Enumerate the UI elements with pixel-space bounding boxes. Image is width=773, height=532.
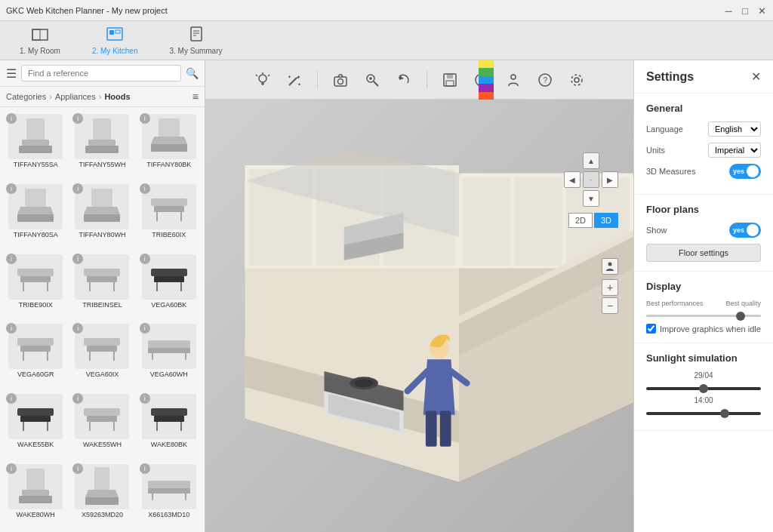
search-input[interactable] [21, 65, 181, 81]
product-item-tiffany80bk[interactable]: i TIFFANY80BK [137, 110, 202, 179]
product-name: X66163MD10 [148, 511, 189, 518]
svg-rect-33 [87, 276, 117, 282]
units-row: Units Imperial Metric [646, 143, 761, 158]
product-info-icon[interactable]: i [72, 254, 83, 264]
2d-view-button[interactable]: 2D [568, 213, 593, 228]
product-image [75, 254, 129, 300]
product-item-wake80wh[interactable]: i WAKE80WH [3, 460, 68, 529]
product-item-vega60bk[interactable]: i VEGA60BK [137, 251, 202, 319]
svg-rect-10 [22, 140, 49, 146]
menu-icon[interactable]: ☰ [6, 66, 17, 81]
product-info-icon[interactable]: i [6, 254, 17, 264]
product-name: TIFFANY80BK [146, 161, 191, 168]
product-item-x66163md10[interactable]: i X66163MD10 [137, 460, 202, 529]
svg-rect-40 [17, 338, 54, 346]
show-yes-label: yes [733, 226, 744, 234]
product-name: TIFFANY55SA [14, 161, 58, 168]
search-icon[interactable]: 🔍 [186, 67, 199, 79]
3d-view-button[interactable]: 3D [594, 213, 618, 228]
units-select[interactable]: Imperial Metric [708, 143, 761, 158]
product-name: TRIBE60IX [152, 231, 186, 238]
svg-marker-19 [17, 207, 54, 214]
svg-rect-65 [22, 490, 49, 496]
svg-rect-28 [17, 269, 54, 276]
svg-text:✦: ✦ [297, 82, 301, 87]
svg-rect-49 [148, 348, 190, 353]
product-info-icon[interactable]: i [140, 183, 150, 194]
product-info-icon[interactable]: i [6, 183, 17, 194]
product-item-tribe90ix[interactable]: i TRIBE90IX [3, 251, 68, 319]
product-image [142, 114, 196, 159]
tab-room[interactable]: 1. My Room [8, 23, 72, 58]
product-info-icon[interactable]: i [140, 463, 150, 474]
sunlight-date: 29/04 [646, 371, 761, 380]
product-info-icon[interactable]: i [140, 113, 150, 124]
svg-rect-61 [154, 416, 184, 422]
undo-button[interactable] [392, 68, 416, 92]
settings-close-button[interactable]: ✕ [751, 69, 761, 84]
product-item-wake55bk[interactable]: i WAKE55BK [3, 390, 68, 459]
nav-right-button[interactable]: ▶ [602, 171, 618, 188]
nav-up-button[interactable]: ▲ [583, 152, 599, 169]
zoom-in-button[interactable]: + [602, 279, 618, 296]
tab-kitchen[interactable]: 2. My Kitchen [80, 23, 150, 58]
product-item-vega60wh[interactable]: i VEGA60WH [137, 320, 202, 389]
measures-toggle[interactable]: yes [729, 164, 761, 179]
list-view-icon[interactable]: ≡ [192, 91, 199, 103]
settings-button[interactable] [565, 68, 589, 92]
product-info-icon[interactable]: i [140, 254, 150, 264]
svg-rect-53 [20, 416, 51, 422]
product-item-tiffany55sa[interactable]: i TIFFANY55SA [3, 110, 68, 179]
breadcrumb-hoods[interactable]: Hoods [104, 92, 130, 101]
breadcrumb-appliances[interactable]: Appliances [55, 92, 96, 101]
nav-left-button[interactable]: ◀ [564, 171, 581, 188]
show-toggle[interactable]: yes [729, 223, 761, 238]
product-item-tiffany80wh[interactable]: i TIFFANY80WH [69, 180, 134, 249]
svg-rect-66 [19, 496, 52, 503]
maximize-button[interactable]: □ [740, 5, 750, 16]
product-item-tribe60ix[interactable]: i TRIBE60IX [137, 180, 202, 249]
zoom-button[interactable] [360, 68, 384, 92]
person-button[interactable] [501, 68, 525, 92]
nav-center-button[interactable]: · [583, 171, 599, 188]
svg-rect-41 [20, 346, 51, 352]
svg-text:?: ? [543, 76, 547, 85]
quality-slider[interactable] [646, 315, 761, 317]
sunlight-time-slider[interactable] [646, 412, 761, 415]
sunlight-date-slider[interactable] [646, 387, 761, 390]
save-button[interactable] [438, 68, 462, 92]
product-item-vega60gr[interactable]: i VEGA60GR [3, 320, 68, 389]
product-item-wake80bk[interactable]: i WAKE80BK [137, 390, 202, 459]
product-info-icon[interactable]: i [140, 393, 150, 404]
color-yellow [479, 60, 494, 68]
product-image [75, 394, 129, 439]
nav-down-button[interactable]: ▼ [583, 190, 599, 207]
bulb-button[interactable] [251, 68, 275, 92]
svg-point-85 [337, 78, 343, 84]
svg-rect-60 [151, 408, 187, 416]
magic-wand-button[interactable]: ✦✦ [282, 68, 306, 92]
svg-rect-113 [515, 177, 562, 266]
language-select[interactable]: English French German [708, 121, 761, 137]
tab-summary[interactable]: 3. My Summary [158, 23, 235, 58]
product-item-wake55wh[interactable]: i WAKE55WH [69, 390, 134, 459]
help-button[interactable]: ? [533, 68, 557, 92]
product-name: WAKE80BK [151, 441, 187, 448]
svg-point-137 [608, 263, 612, 266]
product-item-tiffany55wh[interactable]: i TIFFANY55WH [69, 110, 134, 179]
svg-rect-92 [447, 74, 453, 78]
minimize-button[interactable]: ─ [723, 5, 734, 16]
floor-settings-button[interactable]: Floor settings [646, 244, 761, 262]
product-name: TIFFANY80WH [79, 231, 125, 238]
close-button[interactable]: ✕ [756, 5, 767, 16]
settings-sunlight: Sunlight simulation 29/04 14:00 [634, 343, 773, 431]
zoom-out-button[interactable]: − [602, 297, 618, 314]
product-item-tribeinsel[interactable]: i TRIBEINSEL [69, 251, 134, 319]
breadcrumb-categories[interactable]: Categories [6, 92, 46, 101]
product-item-tiffany80sa[interactable]: i TIFFANY80SA [3, 180, 68, 249]
product-item-x59263md20[interactable]: i X59263MD20 [69, 460, 134, 529]
product-info-icon[interactable]: i [6, 113, 17, 124]
product-item-vega60ix[interactable]: i VEGA60IX [69, 320, 134, 389]
improve-idle-checkbox[interactable] [646, 324, 656, 334]
camera-button[interactable] [328, 68, 353, 92]
